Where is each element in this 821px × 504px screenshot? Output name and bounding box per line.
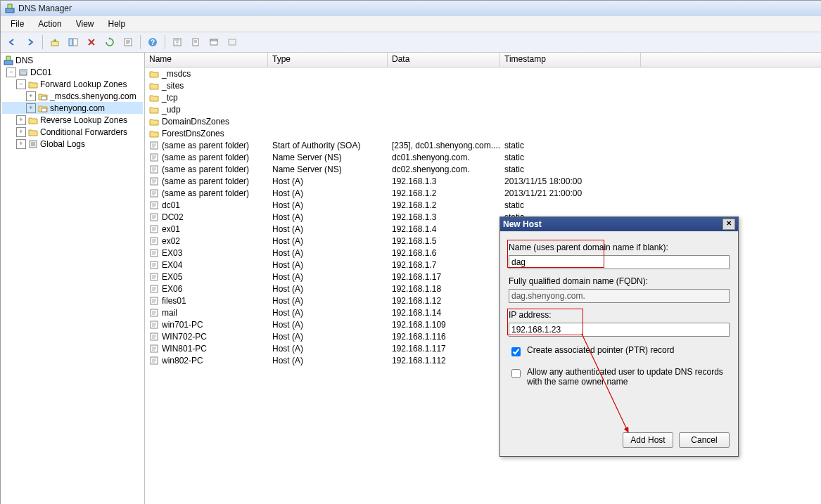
ip-input[interactable] — [509, 323, 730, 337]
logs-icon — [28, 139, 38, 149]
cancel-button[interactable]: Cancel — [679, 432, 730, 448]
menu-action[interactable]: Action — [31, 18, 68, 30]
list-folder[interactable]: _tcp — [145, 91, 821, 103]
tree-label: Forward Lookup Zones — [40, 79, 127, 89]
record-data: 192.168.1.117 — [388, 344, 500, 354]
menu-help[interactable]: Help — [101, 18, 133, 30]
record-icon — [149, 141, 159, 150]
list-record[interactable]: (same as parent folder)Host (A)192.168.1… — [145, 187, 821, 199]
list-record[interactable]: (same as parent folder)Name Server (NS)d… — [145, 163, 821, 175]
record-timestamp: 2013/11/15 18:00:00 — [500, 176, 641, 186]
svg-rect-0 — [6, 8, 14, 13]
new-record-button[interactable] — [187, 34, 204, 51]
list-record[interactable]: (same as parent folder)Start of Authorit… — [145, 139, 821, 151]
expand-icon[interactable]: + — [26, 91, 36, 101]
close-icon[interactable]: ✕ — [723, 219, 735, 230]
up-button[interactable] — [46, 34, 63, 51]
tree-label: _msdcs.shenyong.com — [50, 91, 136, 101]
tree-label: Global Logs — [40, 139, 85, 149]
record-data: 192.168.1.109 — [388, 320, 500, 330]
svg-text:?: ? — [151, 39, 155, 46]
dns-root-icon — [4, 56, 13, 65]
menu-file[interactable]: File — [4, 18, 31, 30]
name-input[interactable] — [509, 255, 730, 269]
col-type[interactable]: Type — [268, 53, 388, 67]
tree-root-dns[interactable]: DNS — [2, 54, 143, 66]
dialog-titlebar[interactable]: New Host ✕ — [500, 217, 738, 231]
allow-update-checkbox[interactable] — [511, 369, 521, 378]
tree-label: Reverse Lookup Zones — [40, 115, 127, 125]
expand-icon[interactable]: + — [26, 103, 36, 113]
help-button[interactable]: ? — [144, 34, 161, 51]
advanced-button[interactable] — [224, 34, 241, 51]
tree-label: shenyong.com — [50, 103, 105, 113]
record-data: 192.168.1.3 — [388, 176, 500, 186]
record-data: [235], dc01.shenyong.com.... — [388, 141, 500, 150]
tree-forward-zones[interactable]: − Forward Lookup Zones — [2, 78, 143, 90]
record-icon — [149, 296, 159, 306]
delete-button[interactable] — [83, 34, 100, 51]
expand-icon[interactable]: + — [16, 139, 26, 149]
expand-icon[interactable]: + — [16, 127, 26, 137]
record-icon — [149, 236, 159, 246]
list-folder[interactable]: ForestDnsZones — [145, 127, 821, 139]
folder-icon — [28, 127, 38, 137]
filter-button[interactable] — [169, 34, 186, 51]
menu-view[interactable]: View — [69, 18, 101, 30]
list-record[interactable]: (same as parent folder)Name Server (NS)d… — [145, 151, 821, 163]
list-record[interactable]: (same as parent folder)Host (A)192.168.1… — [145, 175, 821, 187]
tree-global-logs[interactable]: + Global Logs — [2, 138, 143, 150]
col-data[interactable]: Data — [388, 53, 500, 67]
tree-panel[interactable]: DNS − DC01 − Forward Lookup Zones + _msd… — [1, 53, 145, 504]
tree-reverse-zones[interactable]: + Reverse Lookup Zones — [2, 114, 143, 126]
add-host-button[interactable]: Add Host — [623, 432, 673, 448]
tree-server[interactable]: − DC01 — [2, 66, 143, 78]
list-folder[interactable]: DomainDnsZones — [145, 115, 821, 127]
ptr-checkbox[interactable] — [511, 347, 521, 356]
zone-icon — [38, 103, 48, 113]
app-title: DNS Manager — [18, 4, 72, 13]
record-name: EX04 — [162, 260, 182, 270]
show-hide-tree-button[interactable] — [65, 34, 82, 51]
record-icon — [149, 356, 159, 366]
record-name: (same as parent folder) — [162, 164, 249, 174]
app-icon — [5, 4, 15, 13]
record-icon — [149, 200, 159, 210]
server-icon — [18, 67, 28, 77]
dns-manager-window: DNS Manager File Action View Help ? DNS — [0, 0, 821, 504]
list-folder[interactable]: _sites — [145, 79, 821, 91]
list-folder[interactable]: _udp — [145, 103, 821, 115]
folder-name: DomainDnsZones — [162, 117, 229, 127]
record-data: dc01.shenyong.com. — [388, 153, 500, 162]
expand-icon[interactable]: − — [16, 79, 26, 89]
svg-rect-12 — [229, 39, 236, 45]
properties-button[interactable] — [205, 34, 222, 51]
nav-back-button[interactable] — [4, 34, 20, 51]
svg-rect-18 — [42, 108, 46, 112]
tree-zone-msdcs[interactable]: + _msdcs.shenyong.com — [2, 90, 143, 102]
refresh-button[interactable] — [101, 34, 118, 51]
expand-icon[interactable]: + — [16, 115, 26, 125]
nav-forward-button[interactable] — [22, 34, 39, 51]
svg-rect-14 — [6, 56, 11, 60]
record-name: EX03 — [162, 248, 182, 258]
record-data: 192.168.1.14 — [388, 308, 500, 318]
svg-rect-17 — [42, 96, 46, 100]
col-timestamp[interactable]: Timestamp — [500, 53, 641, 67]
record-data: 192.168.1.112 — [388, 356, 500, 366]
svg-rect-3 — [69, 39, 72, 46]
record-data: 192.168.1.116 — [388, 332, 500, 342]
record-type: Name Server (NS) — [268, 153, 388, 162]
record-timestamp: static — [500, 141, 641, 150]
tree-conditional-forwarders[interactable]: + Conditional Forwarders — [2, 126, 143, 138]
list-folder[interactable]: _msdcs — [145, 67, 821, 79]
list-record[interactable]: dc01Host (A)192.168.1.2static — [145, 199, 821, 211]
tree-zone-shenyong[interactable]: + shenyong.com — [2, 102, 143, 114]
allow-update-label: Allow any authenticated user to update D… — [527, 367, 730, 387]
expand-icon[interactable]: − — [6, 67, 16, 77]
record-data: 192.168.1.17 — [388, 272, 500, 282]
col-name[interactable]: Name — [145, 53, 268, 67]
svg-rect-2 — [51, 41, 58, 46]
export-button[interactable] — [120, 34, 136, 51]
record-name: DC02 — [162, 212, 184, 222]
